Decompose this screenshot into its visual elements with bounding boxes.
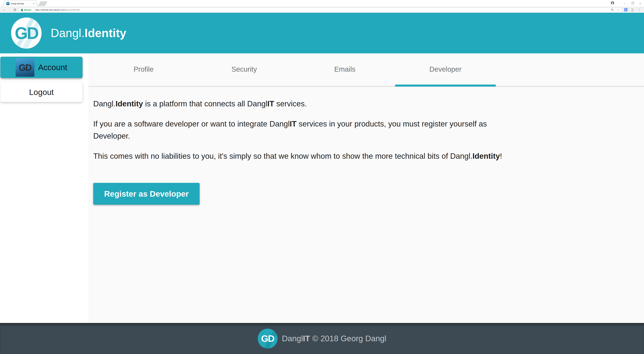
active-tab-indicator [395, 85, 496, 87]
window-controls: × [610, 0, 644, 7]
minimize-icon [624, 3, 626, 4]
paragraph-liabilities: This comes with no liabilities to you, i… [93, 150, 644, 162]
brand-bold: Identity [84, 26, 126, 40]
security-label: Secure [24, 9, 31, 11]
browser-tab-strip: GD Dangl.Identity × × [0, 0, 644, 7]
page-title: Dangl.Identity [51, 13, 126, 53]
account-gd-icon-text: GD [19, 62, 31, 73]
extensions-area: ⋮ [624, 8, 644, 12]
sidebar: GD Account Logout [0, 53, 88, 323]
browser-profile-avatar-icon[interactable] [610, 1, 614, 6]
tab-title: Dangl.Identity [11, 2, 32, 5]
sidebar-item-account[interactable]: GD Account [0, 57, 82, 78]
tab-security[interactable]: Security [194, 53, 294, 85]
footer-copyright: DanglIT © 2018 Georg Dangl [282, 334, 386, 343]
paragraph-register-info: If you are a software developer or want … [93, 118, 644, 142]
sidebar-item-logout[interactable]: Logout [0, 82, 82, 102]
reload-icon[interactable] [14, 9, 16, 12]
developer-tab-content: Dangl.Identity is a platform that connec… [88, 87, 644, 205]
address-bar[interactable]: Secure https://identity-dev.dangl-it.com… [19, 8, 622, 12]
extension-icon-gray[interactable] [631, 8, 634, 12]
main-content: Profile Security Emails Developer Dangl.… [88, 53, 644, 323]
app-logo: GD [11, 18, 42, 49]
new-tab-button[interactable] [38, 1, 48, 6]
restore-icon [632, 3, 634, 4]
url-path: /account/profile [65, 9, 80, 11]
url-host: https://identity-dev.dangl-it.com [35, 9, 65, 11]
forward-icon: → [8, 8, 11, 12]
extension-icon-blue[interactable] [624, 8, 628, 12]
site-favicon: GD [6, 2, 10, 5]
zoom-icon[interactable] [611, 9, 614, 11]
browser-window: GD Dangl.Identity × × ← → Secure [0, 0, 644, 354]
sidebar-account-label: Account [38, 63, 67, 72]
tab-bar: Profile Security Emails Developer [88, 53, 644, 87]
footer: GD DanglIT © 2018 Georg Dangl [0, 323, 644, 354]
window-restore-button[interactable] [628, 0, 636, 7]
account-gd-icon: GD [16, 58, 34, 77]
app-logo-text: GD [15, 24, 38, 43]
tab-close-icon[interactable]: × [33, 2, 34, 5]
back-icon[interactable]: ← [2, 8, 6, 12]
security-chip[interactable]: Secure [21, 9, 31, 11]
sidebar-logout-label: Logout [29, 88, 54, 97]
footer-logo-text: GD [261, 333, 274, 344]
tab-profile[interactable]: Profile [93, 53, 194, 85]
footer-logo: GD [258, 329, 278, 348]
window-minimize-button[interactable] [621, 0, 628, 7]
browser-toolbar: ← → Secure https://identity-dev.dangl-it… [0, 7, 644, 13]
paragraph-platform: Dangl.Identity is a platform that connec… [93, 98, 644, 110]
bookmark-star-icon[interactable]: ☆ [617, 8, 620, 12]
app-header: GD Dangl.Identity [0, 13, 644, 53]
omnibox-separator [33, 9, 33, 11]
browser-tab[interactable]: GD Dangl.Identity × [2, 0, 38, 7]
browser-menu-icon[interactable]: ⋮ [638, 8, 641, 12]
tab-developer[interactable]: Developer [395, 53, 496, 85]
register-as-developer-button[interactable]: Register as Developer [93, 183, 200, 205]
brand-prefix: Dangl. [51, 26, 84, 40]
lock-icon [21, 9, 23, 11]
tab-emails[interactable]: Emails [294, 53, 395, 85]
window-close-button[interactable]: × [636, 0, 644, 7]
